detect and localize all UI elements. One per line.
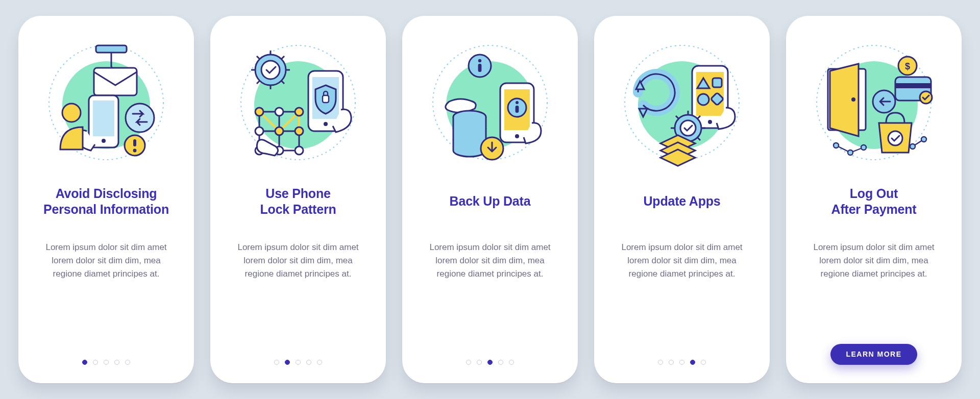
svg-rect-11 [133,139,136,146]
svg-point-100 [921,137,926,142]
pagination-dot-2[interactable] [93,360,98,365]
pagination-dot-3[interactable] [487,360,493,365]
screen-body: Lorem ipsum dolor sit dim amet lorem dol… [616,241,748,281]
svg-point-85 [851,97,855,102]
pagination-dots [658,360,706,365]
pagination-dot-1[interactable] [274,360,279,365]
svg-line-20 [257,56,260,59]
phishing-privacy-icon [40,36,173,169]
screen-body: Lorem ipsum dolor sit dim amet lorem dol… [232,241,364,281]
pagination-dot-3[interactable] [104,360,109,365]
pagination-dots [466,360,514,365]
svg-point-8 [62,104,81,122]
onboarding-screen-2: Use Phone Lock Pattern Lorem ipsum dolor… [210,16,386,383]
svg-point-43 [295,146,303,155]
screen-body: Lorem ipsum dolor sit dim amet lorem dol… [40,241,173,281]
onboarding-screen-3: Back Up Data Lorem ipsum dolor sit dim a… [402,16,578,383]
svg-point-35 [255,108,263,116]
pagination-dot-4[interactable] [690,360,695,365]
update-apps-icon [616,36,748,169]
pagination-dots [274,360,322,365]
svg-point-38 [255,127,263,135]
pagination-dot-5[interactable] [701,360,706,365]
svg-point-40 [295,127,303,135]
screen-body: Lorem ipsum dolor sit dim amet lorem dol… [424,241,556,281]
svg-rect-28 [323,95,329,103]
svg-point-96 [848,150,853,155]
pagination-dot-2[interactable] [285,360,290,365]
svg-rect-65 [713,78,722,87]
screen-heading: Update Apps [643,184,720,219]
screen-heading: Back Up Data [450,184,531,219]
svg-point-27 [324,122,328,126]
pagination-dot-2[interactable] [669,360,674,365]
svg-point-95 [834,143,839,148]
svg-line-22 [257,81,260,84]
svg-point-36 [275,108,283,116]
svg-point-52 [515,134,519,138]
pagination-dot-1[interactable] [658,360,663,365]
svg-point-9 [126,104,154,132]
screen-heading: Log Out After Payment [831,184,917,219]
pagination-dot-4[interactable] [114,360,119,365]
pagination-dots [82,360,130,365]
svg-rect-6 [93,101,114,136]
svg-point-63 [708,120,712,124]
svg-text:$: $ [905,61,910,71]
svg-point-77 [680,120,696,136]
pagination-dot-3[interactable] [679,360,684,365]
svg-point-39 [275,127,283,135]
onboarding-screen-5: $ Log Out After Payment Lorem [786,16,962,383]
svg-point-37 [295,108,303,116]
onboarding-screen-4: Update Apps Lorem ipsum dolor sit dim am… [594,16,770,383]
screen-heading: Avoid Disclosing Personal Information [43,184,169,219]
svg-rect-90 [895,83,931,88]
pagination-dot-5[interactable] [317,360,322,365]
learn-more-button[interactable]: LEARN MORE [830,344,917,365]
svg-point-99 [910,144,915,149]
svg-point-92 [888,131,902,145]
svg-rect-55 [516,106,519,113]
lock-pattern-icon [232,36,364,169]
backup-data-icon [424,36,556,169]
screen-body: Lorem ipsum dolor sit dim amet lorem dol… [807,241,940,281]
svg-rect-4 [94,68,137,95]
pagination-dot-3[interactable] [296,360,301,365]
pagination-dot-1[interactable] [466,360,471,365]
pagination-dot-4[interactable] [306,360,311,365]
svg-rect-48 [478,64,482,72]
svg-line-23 [281,56,284,59]
svg-point-7 [102,139,106,143]
onboarding-stage: Avoid Disclosing Personal Information Lo… [0,0,980,399]
svg-point-12 [133,149,137,153]
screen-heading: Use Phone Lock Pattern [260,184,336,219]
svg-point-54 [516,101,519,104]
svg-rect-2 [96,45,127,53]
svg-point-24 [261,61,280,79]
pagination-dot-4[interactable] [498,360,503,365]
logout-payment-icon: $ [807,36,940,169]
onboarding-screen-1: Avoid Disclosing Personal Information Lo… [18,16,194,383]
svg-point-97 [861,145,866,150]
pagination-dot-1[interactable] [82,360,87,365]
svg-point-47 [478,59,481,62]
pagination-dot-2[interactable] [477,360,482,365]
pagination-dot-5[interactable] [509,360,514,365]
svg-point-66 [698,94,709,105]
pagination-dot-5[interactable] [125,360,130,365]
